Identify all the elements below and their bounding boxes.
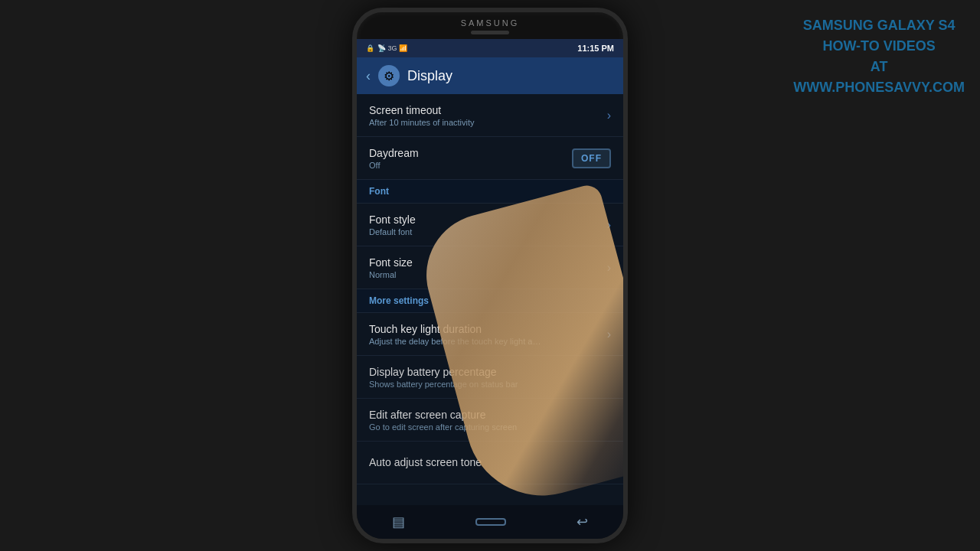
status-time: 11:15 PM xyxy=(577,44,614,53)
font-section-header: Font xyxy=(357,180,623,204)
daydream-text: Daydream Off xyxy=(369,147,572,170)
font-style-item[interactable]: Font style Default font › xyxy=(357,204,623,246)
phone-device: SAMSUNG 🔒 📡 3G 📶 11:15 PM ‹ ⚙ Display Sc… xyxy=(352,8,628,543)
page-title: Display xyxy=(407,68,452,84)
battery-percentage-item[interactable]: Display battery percentage Shows battery… xyxy=(357,356,623,399)
settings-gear-icon: ⚙ xyxy=(378,65,400,86)
touch-key-light-subtitle: Adjust the delay before the touch key li… xyxy=(369,337,545,346)
menu-button[interactable]: ▤ xyxy=(392,514,405,530)
font-size-title: Font size xyxy=(369,256,601,269)
touch-key-light-title: Touch key light duration xyxy=(369,323,601,335)
brand-label: SAMSUNG xyxy=(357,12,623,31)
daydream-subtitle: Off xyxy=(369,161,572,170)
battery-percentage-text: Display battery percentage Shows battery… xyxy=(369,366,611,389)
daydream-toggle[interactable]: OFF xyxy=(572,148,611,168)
watermark: SAMSUNG GALAXY S4 HOW-TO VIDEOS at WWW.P… xyxy=(793,15,965,98)
battery-percentage-subtitle: Shows battery percentage on status bar xyxy=(369,380,545,389)
screen-timeout-chevron: › xyxy=(607,109,611,122)
lock-icon: 🔒 xyxy=(366,44,374,52)
edit-screen-capture-text: Edit after screen capture Go to edit scr… xyxy=(369,409,611,432)
auto-adjust-title: Auto adjust screen tone xyxy=(369,456,611,468)
battery-percentage-title: Display battery percentage xyxy=(369,366,611,378)
font-style-text: Font style Default font xyxy=(369,214,601,236)
font-size-subtitle: Normal xyxy=(369,270,601,279)
more-settings-section-header: More settings xyxy=(357,289,623,313)
daydream-item[interactable]: Daydream Off OFF xyxy=(357,137,623,180)
edit-screen-capture-item[interactable]: Edit after screen capture Go to edit scr… xyxy=(357,399,623,442)
font-size-text: Font size Normal xyxy=(369,256,601,279)
touch-key-light-text: Touch key light duration Adjust the dela… xyxy=(369,323,601,346)
screen-timeout-item[interactable]: Screen timeout After 10 minutes of inact… xyxy=(357,94,623,137)
touch-key-light-chevron: › xyxy=(607,328,611,341)
bottom-nav: ▤ ↩ xyxy=(357,505,623,539)
touch-key-light-item[interactable]: Touch key light duration Adjust the dela… xyxy=(357,313,623,356)
settings-content: Screen timeout After 10 minutes of inact… xyxy=(357,94,623,505)
screen-timeout-subtitle: After 10 minutes of inactivity xyxy=(369,118,601,127)
font-style-chevron: › xyxy=(607,218,611,232)
home-button[interactable] xyxy=(475,518,506,526)
phone-speaker xyxy=(471,31,509,34)
auto-adjust-item[interactable]: Auto adjust screen tone xyxy=(357,442,623,484)
header-bar: ‹ ⚙ Display xyxy=(357,57,623,94)
daydream-title: Daydream xyxy=(369,147,572,159)
signal-icons: 📡 3G 📶 xyxy=(377,44,407,52)
edit-screen-capture-title: Edit after screen capture xyxy=(369,409,611,421)
back-nav-button[interactable]: ↩ xyxy=(577,514,588,530)
font-size-chevron: › xyxy=(607,261,611,275)
status-bar: 🔒 📡 3G 📶 11:15 PM xyxy=(357,39,623,57)
edit-screen-capture-subtitle: Go to edit screen after capturing screen xyxy=(369,422,545,432)
back-button[interactable]: ‹ xyxy=(366,68,371,84)
auto-adjust-text: Auto adjust screen tone xyxy=(369,456,611,470)
screen-timeout-text: Screen timeout After 10 minutes of inact… xyxy=(369,104,601,127)
status-icons: 🔒 📡 3G 📶 xyxy=(366,44,407,52)
font-size-item[interactable]: Font size Normal › xyxy=(357,246,623,289)
font-style-subtitle: Default font xyxy=(369,227,601,236)
screen-timeout-title: Screen timeout xyxy=(369,104,601,116)
font-style-title: Font style xyxy=(369,214,601,226)
